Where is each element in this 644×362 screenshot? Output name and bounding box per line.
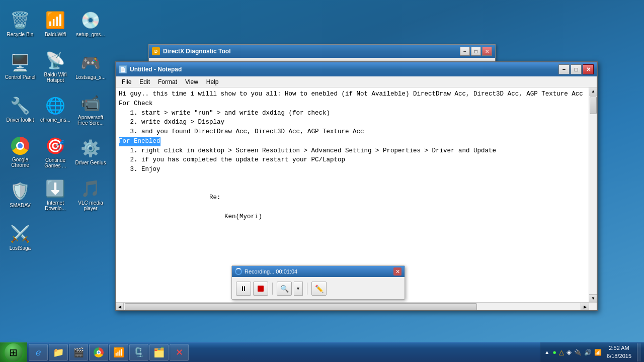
scrollbar-horizontal[interactable]: ◀ ▶ — [116, 302, 589, 310]
recording-title-left: Recording... 00:01:04 — [235, 268, 297, 275]
recording-spinner-icon — [235, 268, 242, 275]
desktop-icon-lostsaga[interactable]: 🎮 Lostsaga_s... — [73, 45, 108, 88]
chrome-taskbar-icon — [94, 347, 104, 357]
recording-pause-button[interactable]: ⏸ — [236, 282, 251, 296]
directx-close-button[interactable]: ✕ — [482, 47, 492, 56]
chrome-ins-label: chrome_ins... — [40, 117, 70, 123]
desktop-icons: 🗑️ Recycle Bin 📶 BaiduWifi 💿 setup_gms..… — [0, 0, 108, 337]
text-line-10 — [119, 174, 586, 184]
notepad-maximize-button[interactable]: □ — [571, 64, 582, 74]
desktop-icon-driver-genius[interactable]: ⚙️ Driver Genius — [73, 131, 108, 173]
vlc-icon: 🎵 — [80, 179, 101, 198]
desktop-icon-smadav[interactable]: 🛡️ SMADAV — [3, 173, 38, 216]
control-panel-label: Control Panel — [5, 74, 36, 80]
desktop-icon-continue-games[interactable]: 🎯 Continue Games ... — [38, 131, 73, 173]
smadav-icon: 🛡️ — [10, 182, 30, 201]
notepad-title-left: 📄 Untitled - Notepad — [119, 65, 182, 73]
tray-signal-icon[interactable]: 📶 — [594, 348, 602, 356]
taskbar-app-wmp[interactable]: 🎬 — [69, 344, 88, 361]
vlc-label: VLC media player — [75, 200, 106, 211]
notepad-titlebar: 📄 Untitled - Notepad − □ ✕ — [116, 62, 597, 76]
tray-icon-3[interactable]: ◈ — [566, 348, 572, 356]
notepad-close-button[interactable]: ✕ — [583, 64, 594, 74]
text-line-ken: Ken(Myori) — [119, 212, 586, 222]
scrollbar-down-arrow[interactable]: ▼ — [589, 294, 597, 302]
menu-file[interactable]: File — [118, 77, 135, 86]
tray-expand-icon[interactable]: ▲ — [543, 348, 550, 356]
taskbar-app-ie[interactable]: ℯ — [29, 344, 48, 361]
recording-toolbar: Recording... 00:01:04 ✕ ⏸ 🔍 ▼ ✏️ — [231, 265, 405, 300]
directx-controls: − □ ✕ — [460, 47, 492, 56]
notepad-menubar: File Edit Format View Help — [116, 76, 597, 87]
directx-titlebar: D DirectX Diagnostic Tool − □ ✕ — [149, 45, 495, 58]
recording-draw-button[interactable]: ✏️ — [311, 282, 327, 296]
desktop-icon-setup-gms[interactable]: 💿 setup_gms... — [73, 3, 108, 45]
chrome-ins-icon: 🌐 — [45, 96, 65, 115]
scrollbar-vertical[interactable]: ▲ ▼ — [589, 87, 597, 302]
desktop-icon-recycle-bin[interactable]: 🗑️ Recycle Bin — [3, 3, 38, 45]
menu-edit[interactable]: Edit — [135, 77, 154, 86]
tray-icon-1[interactable]: ● — [552, 348, 557, 356]
desktop-icon-google-chrome[interactable]: Google Chrome — [3, 131, 38, 173]
scrollbar-up-arrow[interactable]: ▲ — [589, 87, 597, 96]
scrollbar-left-arrow[interactable]: ◀ — [116, 303, 124, 310]
text-line-re: Re: — [119, 193, 586, 203]
google-chrome-icon — [11, 137, 29, 155]
menu-help[interactable]: Help — [202, 77, 223, 86]
driver-genius-icon: ⚙️ — [80, 139, 101, 158]
scrollbar-h-thumb[interactable] — [125, 303, 477, 310]
recording-zoom-dropdown[interactable]: ▼ — [294, 282, 303, 296]
menu-format[interactable]: Format — [154, 77, 181, 86]
baidu-hotspot-label: Baidu Wifi Hotspot — [40, 72, 71, 83]
explorer-icon: 📁 — [53, 347, 64, 358]
recording-separator-1 — [272, 283, 273, 295]
winrar-icon: 🗜️ — [133, 347, 144, 358]
menu-view[interactable]: View — [181, 77, 202, 86]
show-desktop-button[interactable] — [637, 343, 641, 361]
taskbar-app-folder2[interactable]: 🗂️ — [149, 344, 169, 361]
desktop-icon-baiduwifi[interactable]: 📶 BaiduWifi — [38, 3, 73, 45]
directx-maximize-button[interactable]: □ — [471, 47, 481, 56]
text-line-1: Hi guy.. this time i willl show to you a… — [119, 89, 586, 99]
notepad-window-controls: − □ ✕ — [558, 64, 594, 74]
start-button[interactable]: ⊞ — [0, 342, 27, 363]
taskbar-app-explorer[interactable]: 📁 — [49, 344, 68, 361]
recycle-bin-label: Recycle Bin — [7, 32, 34, 37]
recording-controls: ⏸ 🔍 ▼ ✏️ — [232, 277, 405, 300]
recording-close-button[interactable]: ✕ — [393, 267, 401, 276]
desktop-icon-vlc[interactable]: 🎵 VLC media player — [73, 173, 108, 216]
desktop-icon-baidu-hotspot[interactable]: 📡 Baidu Wifi Hotspot — [38, 45, 73, 88]
tray-network-icon[interactable]: 🔌 — [574, 348, 582, 356]
text-line-9: 3. Enjoy — [119, 165, 586, 174]
taskbar-app-winrar[interactable]: 🗜️ — [129, 344, 148, 361]
desktop-icon-control-panel[interactable]: 🖥️ Control Panel — [3, 45, 38, 88]
taskbar-clock[interactable]: 2:52 AM 6/18/2015 — [604, 344, 634, 360]
network-icon: 📶 — [113, 347, 124, 358]
scrollbar-v-thumb[interactable] — [590, 97, 597, 114]
taskbar-app-chrome[interactable] — [89, 344, 108, 361]
setup-gms-icon: 💿 — [80, 11, 101, 30]
directx-minimize-button[interactable]: − — [460, 47, 470, 56]
baiduwifi-icon: 📶 — [45, 11, 65, 30]
text-line-6-highlighted: For Enebled — [119, 137, 160, 146]
scrollbar-right-arrow[interactable]: ▶ — [581, 303, 589, 310]
desktop-icon-internet-download[interactable]: ⬇️ Internet Downlo... — [38, 173, 73, 216]
recording-title-text: Recording... 00:01:04 — [245, 268, 297, 275]
desktop-icon-apowersoft[interactable]: 📹 Apowersoft Free Scre... — [73, 88, 108, 131]
taskbar-apps: ℯ 📁 🎬 📶 🗜️ 🗂️ ✕ — [27, 342, 190, 362]
taskbar-app-network[interactable]: 📶 — [109, 344, 128, 361]
recording-zoom-button[interactable]: 🔍 — [277, 282, 292, 296]
ie-icon: ℯ — [36, 347, 41, 358]
taskbar-app-game[interactable]: ✕ — [170, 344, 189, 361]
tray-icon-2[interactable]: △ — [558, 348, 565, 356]
desktop-icon-lostsaga2[interactable]: ⚔️ LostSaga — [3, 216, 38, 259]
desktop-icon-chrome-ins[interactable]: 🌐 chrome_ins... — [38, 88, 73, 131]
notepad-minimize-button[interactable]: − — [558, 64, 570, 74]
google-chrome-label: Google Chrome — [5, 157, 36, 168]
text-line-7: 1. right click in desktop > Screen Resol… — [119, 146, 586, 156]
game-icon: ✕ — [176, 347, 183, 358]
desktop-icon-driver-toolkit[interactable]: 🔧 DriverToolkit — [3, 88, 38, 131]
text-line-8: 2. if you has completed the update resta… — [119, 155, 586, 165]
recording-stop-button[interactable] — [253, 282, 268, 296]
tray-volume-icon[interactable]: 🔊 — [584, 348, 592, 356]
